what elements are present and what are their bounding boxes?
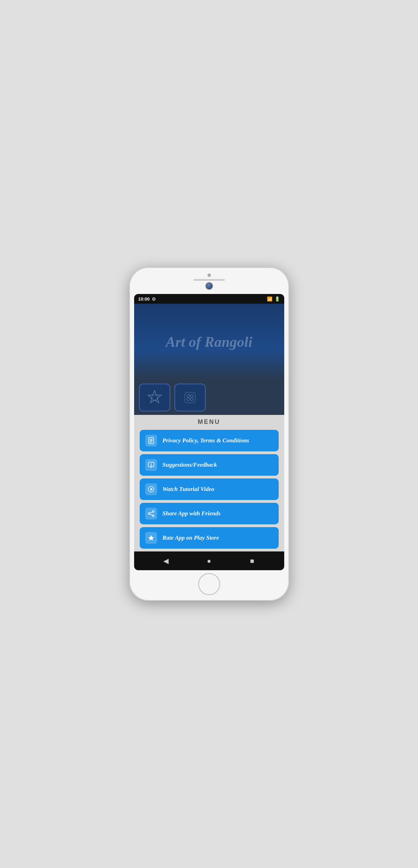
phone-device: 10:00 ⊙ 📶 🔋 Art of Rangoli [129, 267, 289, 601]
privacy-icon [145, 435, 157, 447]
share-icon [145, 508, 157, 519]
svg-point-18 [152, 511, 154, 513]
suggestions-label: Suggestions/Feedback [163, 461, 217, 468]
speaker-bar [194, 279, 225, 281]
app-header: Art of Rangoli [134, 304, 284, 380]
phone-screen: 10:00 ⊙ 📶 🔋 Art of Rangoli [134, 294, 284, 570]
star-icon [145, 532, 157, 544]
svg-point-19 [148, 513, 150, 515]
card-thumb-2[interactable] [174, 384, 206, 411]
home-button[interactable]: ● [203, 555, 215, 567]
menu-area: MENU Privacy Policy, Terms & Conditions [134, 415, 284, 551]
svg-point-5 [187, 398, 190, 401]
watch-tutorial-label: Watch Tutorial Video [163, 486, 214, 493]
back-button[interactable]: ◀ [160, 555, 172, 567]
cards-strip [134, 380, 284, 415]
phone-top-bar [134, 273, 284, 291]
svg-point-3 [187, 394, 190, 397]
phone-home-button[interactable] [198, 573, 220, 595]
svg-point-6 [190, 398, 193, 401]
rate-app-label: Rate App on Play Store [163, 534, 219, 541]
suggestions-feedback-button[interactable]: Suggestions/Feedback [140, 454, 279, 476]
svg-point-4 [190, 394, 193, 397]
status-icon: ⊙ [152, 296, 156, 302]
svg-rect-7 [149, 437, 154, 444]
app-title: Art of Rangoli [159, 333, 260, 351]
recents-button[interactable]: ■ [246, 555, 259, 567]
svg-marker-0 [148, 391, 161, 403]
card-thumb-1[interactable] [139, 384, 170, 411]
svg-marker-17 [150, 488, 153, 491]
signal-icon: 📶 [267, 296, 272, 302]
svg-rect-2 [185, 392, 195, 403]
privacy-policy-button[interactable]: Privacy Policy, Terms & Conditions [140, 430, 279, 451]
svg-point-20 [152, 515, 154, 517]
svg-line-22 [150, 514, 153, 515]
svg-point-14 [151, 463, 151, 464]
status-left: 10:00 ⊙ [138, 296, 156, 302]
watch-tutorial-button[interactable]: Watch Tutorial Video [140, 478, 279, 500]
navigation-bar: ◀ ● ■ [134, 551, 284, 570]
menu-title: MENU [198, 418, 220, 426]
svg-point-1 [152, 395, 157, 400]
privacy-policy-label: Privacy Policy, Terms & Conditions [163, 437, 249, 444]
speaker-dot [207, 273, 211, 277]
battery-icon: 🔋 [274, 296, 280, 302]
play-icon [145, 483, 157, 495]
svg-line-21 [150, 512, 153, 513]
svg-marker-15 [150, 467, 152, 468]
feedback-icon [145, 459, 157, 471]
status-time: 10:00 [138, 296, 150, 302]
status-bar: 10:00 ⊙ 📶 🔋 [134, 294, 284, 304]
share-app-button[interactable]: Share App with Friends [140, 503, 279, 524]
front-camera [205, 282, 213, 290]
svg-marker-23 [148, 535, 154, 541]
status-right: 📶 🔋 [267, 296, 280, 302]
share-app-label: Share App with Friends [163, 510, 221, 517]
rate-app-button[interactable]: Rate App on Play Store [140, 527, 279, 549]
